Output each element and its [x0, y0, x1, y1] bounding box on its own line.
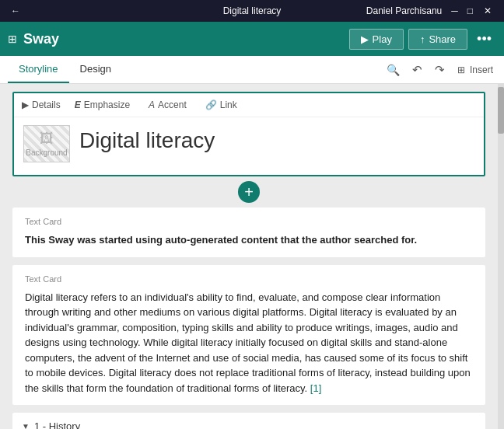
search-button[interactable]: 🔍	[383, 61, 403, 79]
add-button-row: +	[12, 181, 485, 203]
minimize-button[interactable]: ─	[446, 4, 463, 18]
text-card-2-content[interactable]: Digital literacy refers to an individual…	[25, 290, 473, 396]
text-card-2: Text Card Digital literacy refers to an …	[12, 265, 485, 406]
section-collapse-icon: ▼	[22, 422, 30, 429]
section-card: ▼ 1 - History Heading 1 Card	[12, 413, 485, 429]
card-title-text[interactable]: Digital literacy	[79, 125, 474, 153]
emphasize-icon: E	[75, 99, 81, 110]
accent-button[interactable]: A Accent	[144, 98, 191, 112]
scrollbar[interactable]	[498, 84, 504, 429]
main-content: ▶ Details E Emphasize A Accent 🔗 Link	[0, 84, 504, 429]
grid-icon[interactable]: ⊞	[8, 33, 17, 45]
tab-storyline[interactable]: Storyline	[8, 56, 69, 83]
play-icon: ▶	[361, 33, 369, 45]
text-card-1-content[interactable]: This Sway was started using auto-generat…	[25, 232, 473, 248]
undo-button[interactable]: ↶	[409, 60, 425, 80]
nav-actions: 🔍 ↶ ↷ ⊞ Insert	[383, 56, 496, 83]
app-logo: ⊞ Sway	[8, 31, 59, 47]
share-button[interactable]: ↑ Share	[408, 29, 467, 50]
play-button[interactable]: ▶ Play	[349, 29, 404, 50]
more-button[interactable]: •••	[472, 28, 496, 51]
emphasize-button[interactable]: E Emphasize	[70, 98, 135, 112]
add-card-button[interactable]: +	[238, 181, 260, 203]
text-card-1-label: Text Card	[25, 217, 473, 226]
background-thumbnail[interactable]: 🖼 Background	[23, 125, 70, 162]
details-arrow-icon: ▶	[22, 99, 29, 110]
insert-icon: ⊞	[457, 65, 465, 75]
insert-button[interactable]: ⊞ Insert	[454, 61, 496, 78]
text-card-2-label: Text Card	[25, 274, 473, 284]
title-card: ▶ Details E Emphasize A Accent 🔗 Link	[12, 92, 485, 176]
nav-bar: Storyline Design 🔍 ↶ ↷ ⊞ Insert	[0, 56, 504, 84]
share-icon: ↑	[420, 33, 425, 45]
section-label: 1 - History	[34, 420, 80, 429]
author-name: Daniel Parchisanu	[366, 5, 442, 16]
link-icon: 🔗	[205, 99, 217, 110]
title-card-header: ▶ Details E Emphasize A Accent 🔗 Link	[14, 93, 484, 117]
image-icon: 🖼	[40, 131, 54, 147]
title-card-body: 🖼 Background Digital literacy	[14, 117, 484, 175]
content-area: ▶ Details E Emphasize A Accent 🔗 Link	[0, 84, 498, 429]
maximize-button[interactable]: □	[463, 4, 478, 18]
undo-icon: ↶	[412, 63, 422, 76]
title-bar: ← Digital literacy Daniel Parchisanu ─ □…	[0, 0, 504, 22]
tab-design[interactable]: Design	[69, 56, 122, 83]
redo-icon: ↷	[435, 63, 445, 76]
text-card-1: Text Card This Sway was started using au…	[12, 208, 485, 257]
close-button[interactable]: ✕	[478, 4, 498, 18]
app-name: Sway	[23, 31, 59, 47]
accent-icon: A	[149, 99, 155, 110]
reference-link[interactable]: [1]	[310, 382, 321, 394]
nav-tabs: Storyline Design	[8, 56, 122, 83]
redo-button[interactable]: ↷	[432, 60, 448, 80]
window-title: Digital literacy	[223, 5, 282, 16]
app-bar: ⊞ Sway ▶ Play ↑ Share •••	[0, 22, 504, 56]
section-header[interactable]: ▼ 1 - History	[12, 413, 485, 429]
app-actions: ▶ Play ↑ Share •••	[349, 28, 496, 51]
details-toggle[interactable]: ▶ Details	[22, 99, 61, 110]
scrollbar-thumb[interactable]	[498, 87, 504, 134]
back-button[interactable]: ←	[6, 4, 25, 18]
search-icon: 🔍	[387, 64, 400, 76]
link-button[interactable]: 🔗 Link	[201, 98, 242, 112]
